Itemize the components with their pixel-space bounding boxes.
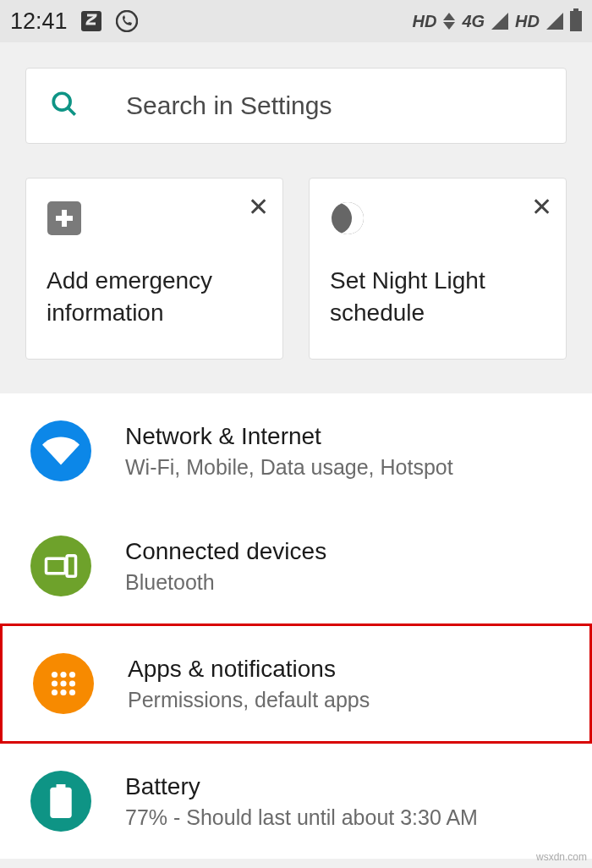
close-icon[interactable]: ✕ [248,192,269,222]
moon-icon [330,201,365,236]
signal-icon-1 [491,13,508,30]
status-left: 12:41 [10,8,139,35]
network-type: 4G [462,12,485,31]
svg-rect-15 [50,788,71,818]
setting-subtitle: Wi-Fi, Mobile, Data usage, Hotspot [125,455,453,480]
suggestion-cards: ✕ Add emergency information ✕ Set Night … [0,144,592,385]
card-night-light[interactable]: ✕ Set Night Light schedule [309,178,567,360]
settings-list: Network & Internet Wi-Fi, Mobile, Data u… [0,393,592,859]
signal-icon-2 [546,13,563,30]
setting-subtitle: Bluetooth [125,570,326,595]
svg-point-2 [53,93,70,110]
svg-point-14 [69,689,75,695]
svg-point-13 [60,689,66,695]
card-title: Set Night Light schedule [330,265,545,329]
setting-battery[interactable]: Battery 77% - Should last until about 3:… [0,744,592,859]
setting-network-internet[interactable]: Network & Internet Wi-Fi, Mobile, Data u… [0,393,592,508]
setting-subtitle: Permissions, default apps [128,688,370,712]
status-right: HD 4G HD [413,11,582,31]
svg-point-9 [52,680,58,686]
status-bar: 12:41 HD 4G HD [0,0,592,42]
setting-title: Battery [125,773,478,800]
svg-rect-5 [67,556,76,577]
setting-subtitle: 77% - Should last until about 3:30 AM [125,805,478,830]
svg-point-10 [60,680,66,686]
svg-point-11 [69,680,75,686]
app-icon-1 [79,9,103,33]
svg-point-8 [69,672,75,678]
setting-title: Network & Internet [125,423,453,450]
phone-icon [115,9,139,33]
setting-apps-notifications[interactable]: Apps & notifications Permissions, defaul… [0,624,592,744]
card-title: Add emergency information [47,265,262,329]
wifi-icon [30,420,91,481]
svg-rect-4 [47,558,66,574]
watermark: wsxdn.com [536,851,587,863]
data-arrows-icon [443,13,455,30]
search-bar[interactable] [25,68,567,144]
plus-icon [47,201,82,236]
battery-circle-icon [30,771,91,832]
devices-icon [30,536,91,596]
svg-point-7 [60,672,66,678]
svg-line-3 [69,108,75,115]
hd-indicator-1: HD [413,12,437,31]
setting-title: Connected devices [125,538,326,565]
setting-connected-devices[interactable]: Connected devices Bluetooth [0,508,592,624]
svg-point-1 [117,11,137,31]
svg-rect-16 [57,784,66,788]
hd-indicator-2: HD [515,12,540,31]
search-input[interactable] [126,91,542,120]
search-icon [50,90,79,122]
close-icon[interactable]: ✕ [531,192,552,222]
battery-icon [570,11,582,31]
svg-point-12 [52,689,58,695]
status-time: 12:41 [10,8,68,35]
apps-icon [33,653,94,714]
setting-title: Apps & notifications [128,656,370,683]
svg-point-6 [52,672,58,678]
card-emergency-info[interactable]: ✕ Add emergency information [25,178,283,360]
